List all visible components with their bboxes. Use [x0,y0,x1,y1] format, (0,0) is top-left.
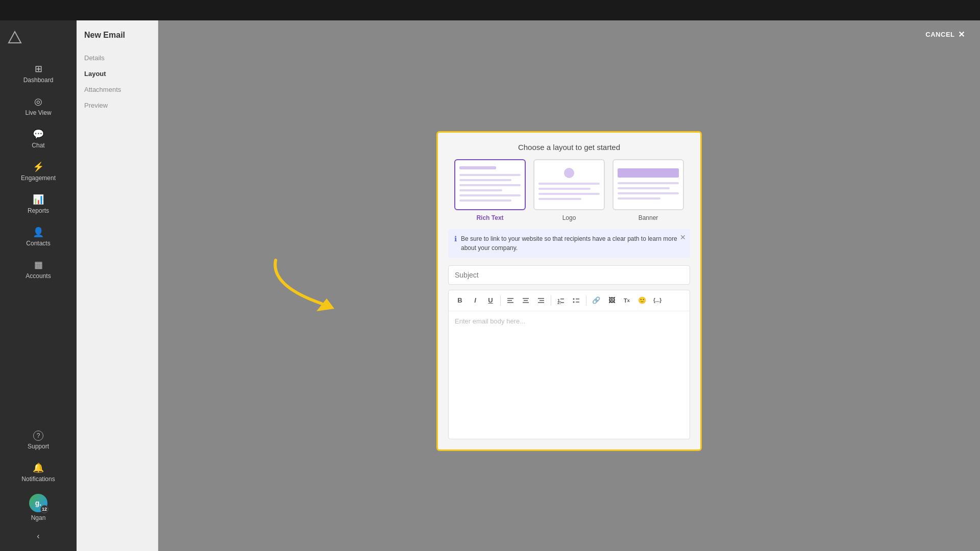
collapse-icon: ‹ [37,532,39,541]
subject-input[interactable] [448,265,690,285]
cancel-button[interactable]: CANCEL ✕ [925,30,965,39]
clear-format-button[interactable]: Tx [620,293,634,308]
link-button[interactable]: 🔗 [589,293,603,308]
content-area: CANCEL ✕ Choose a layout to get started [158,20,980,551]
toolbar-divider-1 [500,295,501,306]
avatar: g. 12 [29,494,47,512]
banner-bar [618,168,679,178]
image-button[interactable]: 🖼 [604,293,619,308]
info-close-button[interactable]: ✕ [680,233,686,241]
live-view-icon: ◎ [34,96,42,107]
layout-chooser-title: Choose a layout to get started [448,143,690,152]
info-box: ℹ Be sure to link to your website so tha… [448,229,690,258]
svg-marker-0 [316,298,334,311]
sidebar-item-label: Reports [28,207,49,214]
sidebar-item-support[interactable]: ? Support [0,424,77,456]
user-initials: g. [35,499,41,507]
info-text: Be sure to link to your website so that … [461,234,684,253]
panel-item-details[interactable]: Details [84,50,150,66]
sidebar-item-contacts[interactable]: 👤 Contacts [0,220,77,253]
sidebar-item-label: Contacts [26,240,50,247]
sidebar-item-label: Engagement [21,174,56,182]
sidebar-item-notifications[interactable]: 🔔 Notifications [0,456,77,489]
user-name: Ngan [31,514,46,521]
close-icon: ✕ [958,30,965,39]
sidebar-item-label: Chat [32,142,44,149]
svg-text:2.: 2. [557,300,561,304]
engagement-icon: ⚡ [33,161,44,172]
logo-circle [564,168,574,178]
layout-card-inner-logo [533,159,605,210]
contacts-icon: 👤 [33,227,44,238]
toolbar-divider-2 [551,295,551,306]
panel-item-layout[interactable]: Layout [84,66,150,82]
sidebar-item-live-view[interactable]: ◎ Live View [0,90,77,122]
side-panel: New Email Details Layout Attachments Pre… [77,20,158,551]
email-body-input[interactable]: Enter email body here... [449,311,690,439]
align-right-button[interactable] [534,293,548,308]
panel-item-preview[interactable]: Preview [84,97,150,113]
emoji-button[interactable]: 🙂 [635,293,649,308]
panel-item-attachments[interactable]: Attachments [84,82,150,97]
layout-card-inner-banner [612,159,684,210]
panel-title: New Email [84,31,150,40]
info-icon: ℹ [454,235,457,243]
user-profile[interactable]: g. 12 Ngan [0,489,77,527]
bold-button[interactable]: B [453,293,467,308]
editor-placeholder: Enter email body here... [455,317,525,325]
sidebar-item-label: Notifications [21,475,55,483]
sidebar-item-engagement[interactable]: ⚡ Engagement [0,155,77,188]
sidebar-item-dashboard[interactable]: ⊞ Dashboard [0,57,77,90]
italic-button[interactable]: I [468,293,482,308]
support-icon: ? [33,431,43,441]
layout-card-banner[interactable]: Banner [612,159,684,221]
layout-card-label-rich-text: Rich Text [476,214,503,221]
sidebar-item-label: Support [28,443,49,450]
sidebar-collapse-button[interactable]: ‹ [0,527,77,546]
layout-card-logo[interactable]: Logo [533,159,605,221]
editor-toolbar: B I U 1.2. [449,290,690,311]
reports-icon: 📊 [33,194,44,205]
chat-icon: 💬 [33,129,44,140]
email-editor: B I U 1.2. [448,290,690,439]
email-editor-panel: Choose a layout to get started Rich Text [436,131,702,451]
sidebar-item-label: Dashboard [23,77,54,84]
ordered-list-button[interactable]: 1.2. [554,293,568,308]
sidebar-item-label: Accounts [26,272,51,280]
align-left-button[interactable] [503,293,518,308]
svg-point-16 [573,301,575,303]
underline-button[interactable]: U [483,293,498,308]
notifications-icon: 🔔 [33,462,44,473]
svg-point-14 [573,298,575,299]
sidebar-item-chat[interactable]: 💬 Chat [0,122,77,155]
rt-header [459,166,496,169]
toolbar-divider-3 [586,295,586,306]
top-bar [0,0,980,20]
layout-card-label-logo: Logo [562,214,576,221]
sidebar-item-reports[interactable]: 📊 Reports [0,188,77,220]
align-center-button[interactable] [519,293,533,308]
accounts-icon: ▦ [34,259,43,270]
arrow-annotation [260,255,362,318]
code-button[interactable]: {...} [650,293,665,308]
layout-card-label-banner: Banner [639,214,658,221]
logo[interactable] [0,26,77,52]
layout-card-inner-rich-text [454,159,526,210]
sidebar-item-label: Live View [25,109,51,116]
sidebar-item-accounts[interactable]: ▦ Accounts [0,253,77,286]
sidebar: ⊞ Dashboard ◎ Live View 💬 Chat ⚡ Engagem… [0,20,77,551]
layout-card-rich-text[interactable]: Rich Text [454,159,526,221]
cancel-label: CANCEL [925,31,954,38]
unordered-list-button[interactable] [569,293,583,308]
layout-options: Rich Text Logo [448,159,690,221]
dashboard-icon: ⊞ [35,63,42,74]
notification-badge: 12 [40,505,48,513]
